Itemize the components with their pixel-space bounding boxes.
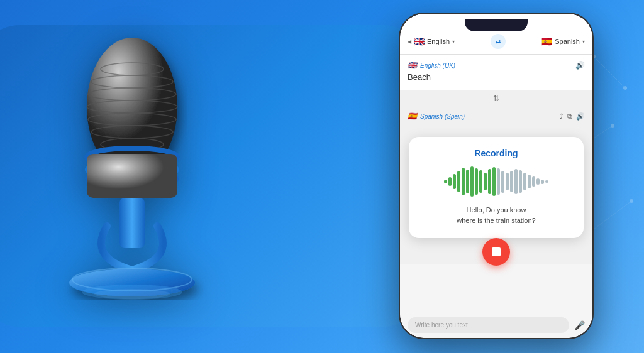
- swap-arrows-icon: ⇅: [493, 94, 499, 103]
- microphone-illustration: [38, 31, 226, 308]
- wave-bar: [470, 166, 474, 197]
- text-input-field[interactable]: Write here you text: [408, 317, 569, 333]
- wave-bar: [479, 170, 482, 193]
- svg-point-38: [94, 289, 170, 299]
- target-language-label: Spanish: [555, 38, 580, 45]
- recording-card: Recording: [409, 137, 584, 238]
- wave-bar: [457, 171, 460, 192]
- swap-icon: ⇄: [496, 38, 501, 45]
- wave-bar-fade: [523, 173, 526, 190]
- chevron-down-icon: ▾: [582, 39, 585, 45]
- stop-button-wrapper: [406, 238, 586, 266]
- wave-bar: [466, 170, 469, 193]
- source-text: Beach: [408, 72, 585, 82]
- wave-bar: [448, 177, 452, 186]
- svg-line-8: [594, 57, 625, 88]
- action-icons-group: ⤴ ⧉ 🔊: [560, 112, 585, 121]
- wave-bar-fade: [519, 170, 522, 193]
- stop-icon: [492, 247, 501, 256]
- phone-frame: ◀ 🇬🇧 English ▾ ⇄ 🇪🇸 Spanish ▾: [399, 13, 594, 339]
- wave-bar-fade: [532, 176, 535, 187]
- microphone-input-icon[interactable]: 🎤: [574, 320, 585, 330]
- back-arrow-icon: ◀: [408, 39, 411, 45]
- source-lang-label: 🇬🇧 English (UK): [408, 61, 455, 70]
- source-language-name: English (UK): [420, 62, 455, 69]
- recording-transcript: Hello, Do you know where is the train st…: [419, 205, 574, 225]
- share-icon[interactable]: ⤴: [560, 112, 564, 120]
- source-flag-icon: 🇬🇧: [414, 36, 425, 46]
- wave-bar-fade: [536, 178, 540, 185]
- wave-bar: [484, 173, 487, 190]
- svg-rect-34: [119, 198, 145, 248]
- source-language-label: English: [427, 38, 450, 45]
- input-placeholder: Write here you text: [415, 322, 468, 329]
- source-language-selector[interactable]: ◀ 🇬🇧 English ▾: [408, 36, 455, 46]
- swap-languages-button[interactable]: ⇄: [491, 34, 506, 49]
- target-speaker-icon[interactable]: 🔊: [576, 112, 585, 121]
- svg-point-15: [611, 124, 614, 128]
- text-input-area: Write here you text 🎤: [400, 312, 592, 338]
- target-language-name: Spanish (Spain): [420, 113, 465, 120]
- target-language-selector[interactable]: 🇪🇸 Spanish ▾: [541, 36, 585, 46]
- uk-flag-icon: 🇬🇧: [408, 61, 417, 70]
- wave-bar: [444, 180, 447, 183]
- wave-bar: [492, 167, 496, 196]
- target-lang-header: 🇪🇸 Spanish (Spain) ⤴ ⧉ 🔊: [400, 107, 592, 126]
- wave-bar-fade: [514, 169, 518, 194]
- wave-bar: [475, 168, 478, 195]
- phone-device: ◀ 🇬🇧 English ▾ ⇄ 🇪🇸 Spanish ▾: [399, 13, 594, 339]
- target-lang-label: 🇪🇸 Spanish (Spain): [408, 112, 465, 121]
- wave-bar-fade: [545, 180, 548, 183]
- wave-bar: [462, 168, 465, 195]
- wave-bar-fade: [541, 180, 544, 184]
- stop-recording-button[interactable]: [482, 238, 510, 266]
- phone-notch: [465, 19, 528, 31]
- source-speaker-icon[interactable]: 🔊: [575, 61, 585, 70]
- divider: ⇅: [400, 90, 592, 107]
- target-flag-icon: 🇪🇸: [541, 36, 552, 46]
- wave-bar-fade: [528, 175, 531, 188]
- wave-bar-fade: [506, 173, 509, 190]
- chevron-down-icon: ▾: [452, 39, 455, 45]
- svg-point-17: [630, 199, 633, 203]
- svg-rect-33: [87, 154, 177, 198]
- wave-bar: [453, 174, 456, 189]
- copy-icon[interactable]: ⧉: [567, 112, 572, 121]
- main-content-area: Recording: [400, 126, 592, 264]
- recording-title: Recording: [419, 148, 574, 158]
- spain-flag-icon: 🇪🇸: [408, 112, 417, 121]
- phone-screen: ◀ 🇬🇧 English ▾ ⇄ 🇪🇸 Spanish ▾: [400, 14, 592, 338]
- svg-point-20: [623, 86, 627, 90]
- audio-waveform: [419, 166, 574, 197]
- source-lang-header: 🇬🇧 English (UK) 🔊: [408, 61, 585, 70]
- wave-bar-fade: [501, 171, 504, 193]
- source-translation-section: 🇬🇧 English (UK) 🔊 Beach: [400, 55, 592, 90]
- wave-bar-fade: [497, 168, 500, 195]
- wave-bar-fade: [510, 171, 513, 192]
- wave-bar: [488, 169, 491, 194]
